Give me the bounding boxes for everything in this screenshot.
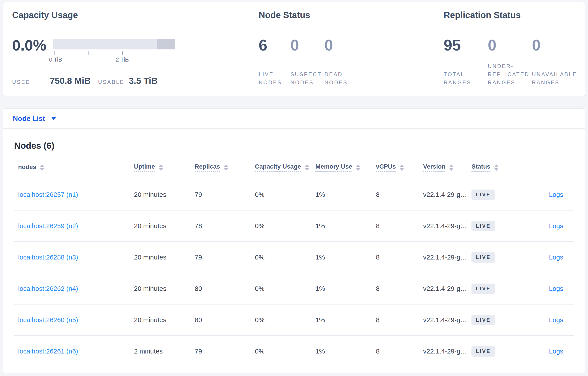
node-list-card: Node List Nodes (6) nodes Uptime [3,108,585,373]
column-header-version[interactable]: Version [423,158,472,179]
used-label: USED [12,79,50,85]
replicas-cell: 80 [195,273,255,304]
axis-tick [157,52,157,55]
under-replicated-ranges-value: 0 [488,37,525,54]
column-header-logs [526,158,574,179]
sort-icon [356,164,360,171]
node-link[interactable]: localhost:26259 (n2) [18,222,78,230]
nodes-section: Nodes (6) nodes Uptime Replic [3,141,585,367]
suspect-nodes-value: 0 [291,37,317,54]
column-header-replicas[interactable]: Replicas [195,158,255,179]
status-badge: LIVE [472,346,495,356]
version-cell: v22.1.4-29-g… [423,304,472,336]
chevron-down-icon [51,117,56,120]
memory-cell: 1% [315,304,376,336]
cluster-summary-card: Capacity Usage 0.0% 0 TiB 2 TiB [3,2,585,96]
logs-link[interactable]: Logs [549,222,563,230]
memory-cell: 1% [315,179,376,210]
usable-label: USABLE [98,79,129,85]
node-list-header: Node List [3,109,585,129]
replicas-cell: 79 [195,179,255,210]
uptime-cell: 20 minutes [134,242,195,273]
node-list-dropdown-label: Node List [13,115,45,123]
logs-link[interactable]: Logs [549,285,563,292]
nodes-table: nodes Uptime Replicas Capacity Usage [14,158,574,367]
capacity-axis-labels: 0 TiB 2 TiB [53,56,175,63]
sort-icon [494,164,498,171]
table-row: localhost:26257 (n1) 20 minutes 79 0% 1%… [14,179,574,210]
capacity-axis-ticks [53,52,175,55]
replication-status-section: Replication Status 95 TOTAL RANGES 0 UND… [444,2,585,96]
logs-link[interactable]: Logs [549,316,563,324]
sort-icon [224,164,228,171]
capacity-usage-bar-wrap: 0 TiB 2 TiB [53,37,175,63]
capacity-cell: 0% [255,304,315,336]
used-value: 750.8 MiB [50,76,91,86]
replication-status-stats: 95 TOTAL RANGES 0 UNDER- REPLICATED RANG… [444,37,583,86]
memory-cell: 1% [315,210,376,242]
unavailable-ranges-label: UNAVAILABLE RANGES [532,54,583,86]
under-replicated-ranges-label: UNDER- REPLICATED RANGES [488,54,525,86]
total-ranges-stat: 95 TOTAL RANGES [444,37,481,86]
replicas-cell: 79 [195,242,255,273]
version-cell: v22.1.4-29-g… [423,179,472,210]
column-header-memory-use[interactable]: Memory Use [315,158,376,179]
logs-link[interactable]: Logs [549,191,563,198]
sort-icon [305,164,309,171]
column-header-uptime[interactable]: Uptime [134,158,195,179]
memory-cell: 1% [315,242,376,273]
column-header-status[interactable]: Status [472,158,526,179]
capacity-usage-bar [53,39,175,49]
column-header-capacity-usage[interactable]: Capacity Usage [255,158,315,179]
status-badge: LIVE [472,189,495,200]
node-link[interactable]: localhost:26260 (n5) [18,316,78,324]
capacity-usage-title: Capacity Usage [12,10,257,20]
capacity-usage-meta: USED 750.8 MiB USABLE 3.5 TiB [12,76,158,86]
capacity-usage-bar-tail [157,39,175,49]
memory-cell: 1% [315,336,376,367]
replicas-cell: 78 [195,210,255,242]
axis-tick [54,52,54,55]
node-link[interactable]: localhost:26257 (n1) [18,191,78,198]
table-row: localhost:26258 (n3) 20 minutes 79 0% 1%… [14,242,574,273]
capacity-usage-chart: 0.0% 0 TiB 2 TiB [12,37,175,63]
node-status-stats: 6 LIVE NODES 0 SUSPECT NODES 0 DEAD NODE… [259,37,351,86]
dead-nodes-stat: 0 DEAD NODES [325,37,351,86]
unavailable-ranges-stat: 0 UNAVAILABLE RANGES [532,37,583,86]
version-cell: v22.1.4-29-g… [423,242,472,273]
sort-icon [40,164,44,171]
status-badge: LIVE [472,252,495,262]
column-header-vcpus[interactable]: vCPUs [376,158,423,179]
status-badge: LIVE [472,315,495,325]
sort-icon [159,164,163,171]
table-row: localhost:26260 (n5) 20 minutes 80 0% 1%… [14,304,574,336]
total-ranges-label: TOTAL RANGES [444,54,481,86]
unavailable-ranges-value: 0 [532,37,583,54]
node-list-dropdown[interactable]: Node List [13,115,56,123]
capacity-cell: 0% [255,179,315,210]
capacity-cell: 0% [255,336,315,367]
nodes-heading: Nodes (6) [14,141,574,151]
uptime-cell: 20 minutes [134,179,195,210]
vcpus-cell: 8 [376,210,423,242]
axis-label-2tib: 2 TiB [116,56,129,63]
logs-link[interactable]: Logs [549,347,563,355]
vcpus-cell: 8 [376,336,423,367]
dead-nodes-value: 0 [325,37,351,54]
node-link[interactable]: localhost:26258 (n3) [18,253,78,261]
uptime-cell: 20 minutes [134,210,195,242]
capacity-usage-percent: 0.0% [12,37,49,63]
logs-link[interactable]: Logs [549,253,563,261]
version-cell: v22.1.4-29-g… [423,336,472,367]
node-link[interactable]: localhost:26261 (n6) [18,347,78,355]
total-ranges-value: 95 [444,37,481,54]
uptime-cell: 20 minutes [134,304,195,336]
node-link[interactable]: localhost:26262 (n4) [18,285,78,292]
dead-nodes-label: DEAD NODES [325,54,351,86]
sort-icon [400,164,404,171]
capacity-cell: 0% [255,242,315,273]
version-cell: v22.1.4-29-g… [423,273,472,304]
replicas-cell: 79 [195,336,255,367]
column-header-nodes[interactable]: nodes [14,158,134,179]
node-status-section: Node Status 6 LIVE NODES 0 SUSPECT NODES… [259,2,440,96]
